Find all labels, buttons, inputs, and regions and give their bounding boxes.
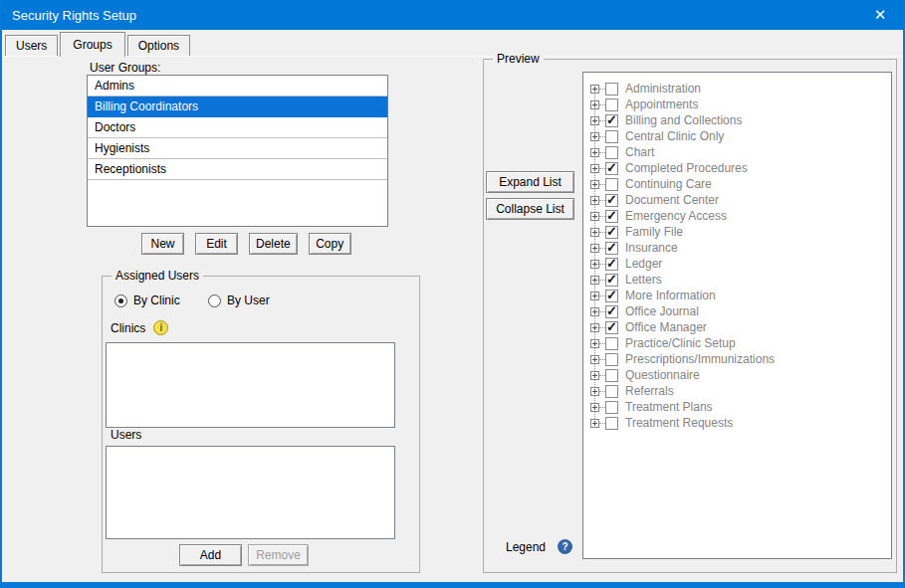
tree-checkbox[interactable] <box>605 274 618 287</box>
expand-icon[interactable] <box>590 387 599 396</box>
tree-item-label[interactable]: Prescriptions/Immunizations <box>625 352 775 366</box>
tab-users[interactable]: Users <box>5 35 58 56</box>
tree-item-label[interactable]: Office Manager <box>625 320 707 334</box>
tree-checkbox[interactable] <box>605 194 618 207</box>
tree-checkbox[interactable] <box>605 305 618 318</box>
user-group-row[interactable]: Billing Coordinators <box>88 97 387 117</box>
expand-icon[interactable] <box>590 116 599 125</box>
new-button[interactable]: New <box>141 233 184 255</box>
preview-tree[interactable]: AdministrationAppointmentsBilling and Co… <box>582 72 892 559</box>
tree-checkbox[interactable] <box>605 369 618 382</box>
by-clinic-radio[interactable] <box>114 294 127 307</box>
tree-checkbox[interactable] <box>605 242 618 255</box>
clinics-list[interactable] <box>106 342 395 428</box>
tree-checkbox[interactable] <box>605 210 618 223</box>
tree-item-label[interactable]: Continuing Care <box>625 177 712 191</box>
user-groups-label: User Groups: <box>90 61 160 75</box>
expand-icon[interactable] <box>590 323 599 332</box>
expand-icon[interactable] <box>590 244 599 253</box>
tab-bar: UsersGroupsOptions <box>2 31 903 57</box>
expand-icon[interactable] <box>590 180 599 189</box>
tree-item-label[interactable]: Administration <box>625 82 701 96</box>
edit-button[interactable]: Edit <box>195 233 238 255</box>
user-group-row[interactable]: Doctors <box>88 117 387 138</box>
delete-button[interactable]: Delete <box>249 233 298 255</box>
expand-icon[interactable] <box>590 196 599 205</box>
tree-item-label[interactable]: Letters <box>625 273 662 287</box>
tree-item-label[interactable]: More Information <box>625 289 716 302</box>
tree-item-label[interactable]: Emergency Access <box>625 209 727 223</box>
expand-icon[interactable] <box>590 85 599 94</box>
expand-icon[interactable] <box>590 276 599 285</box>
window-title: Security Rights Setup <box>12 8 136 23</box>
tree-checkbox[interactable] <box>605 226 618 239</box>
tree-checkbox[interactable] <box>605 98 618 111</box>
tree-checkbox[interactable] <box>605 353 618 366</box>
add-button[interactable]: Add <box>179 544 242 566</box>
tree-item-label[interactable]: Billing and Collections <box>625 113 742 127</box>
expand-icon[interactable] <box>590 212 599 221</box>
tree-checkbox[interactable] <box>605 385 618 398</box>
by-user-radio[interactable] <box>208 294 221 307</box>
tree-item-label[interactable]: Completed Procedures <box>625 161 748 175</box>
copy-button[interactable]: Copy <box>309 233 351 255</box>
expand-icon[interactable] <box>590 260 599 269</box>
tree-checkbox[interactable] <box>605 178 618 191</box>
tree-item-label[interactable]: Referrals <box>625 384 674 398</box>
user-group-row[interactable]: Hygienists <box>88 138 387 159</box>
expand-icon[interactable] <box>590 292 599 300</box>
user-group-row[interactable]: Admins <box>88 76 387 97</box>
tree-checkbox[interactable] <box>605 258 618 271</box>
tree-item-label[interactable]: Insurance <box>625 241 678 255</box>
expand-icon[interactable] <box>590 371 599 380</box>
user-group-row[interactable]: Receptionists <box>88 159 387 180</box>
tree-checkbox[interactable] <box>605 130 618 143</box>
by-user-option[interactable]: By User <box>208 294 270 307</box>
tree-checkbox[interactable] <box>605 401 618 414</box>
tree-item: Treatment Requests <box>583 415 891 431</box>
tree-item-label[interactable]: Document Center <box>625 193 719 207</box>
expand-icon[interactable] <box>590 419 599 428</box>
tree-checkbox[interactable] <box>605 417 618 430</box>
expand-icon[interactable] <box>590 403 599 412</box>
tree-item-label[interactable]: Treatment Plans <box>625 400 713 414</box>
expand-icon[interactable] <box>590 148 599 157</box>
tree-item-label[interactable]: Appointments <box>625 98 698 111</box>
help-icon[interactable]: ? <box>558 539 572 554</box>
close-icon[interactable]: ✕ <box>859 0 901 30</box>
expand-icon[interactable] <box>590 228 599 237</box>
collapse-list-button[interactable]: Collapse List <box>486 198 574 220</box>
by-clinic-option[interactable]: By Clinic <box>114 294 180 307</box>
user-groups-list[interactable]: AdminsBilling CoordinatorsDoctorsHygieni… <box>87 75 388 227</box>
tree-checkbox[interactable] <box>605 321 618 334</box>
tree-item-label[interactable]: Office Journal <box>625 304 699 318</box>
tree-item-label[interactable]: Family File <box>625 225 683 239</box>
tree-item: More Information <box>583 288 891 303</box>
tree-checkbox[interactable] <box>605 337 618 350</box>
tree-item-label[interactable]: Ledger <box>625 257 662 271</box>
tree-item-label[interactable]: Treatment Requests <box>625 416 733 430</box>
expand-icon[interactable] <box>590 100 599 109</box>
expand-icon[interactable] <box>590 307 599 316</box>
tree-item: Insurance <box>583 240 891 256</box>
tree-checkbox[interactable] <box>605 162 618 175</box>
expand-icon[interactable] <box>590 339 599 348</box>
tree-checkbox[interactable] <box>605 83 618 96</box>
expand-list-button[interactable]: Expand List <box>486 171 574 193</box>
tree-checkbox[interactable] <box>605 114 618 127</box>
tab-groups[interactable]: Groups <box>60 32 124 57</box>
expand-icon[interactable] <box>590 355 599 364</box>
expand-icon[interactable] <box>590 132 599 141</box>
users-list[interactable] <box>106 446 395 539</box>
tree-item-label[interactable]: Central Clinic Only <box>625 129 724 143</box>
tree-item-label[interactable]: Practice/Clinic Setup <box>625 336 736 350</box>
remove-button[interactable]: Remove <box>248 544 309 566</box>
tab-options[interactable]: Options <box>127 35 190 56</box>
tree-item-label[interactable]: Questionnaire <box>625 368 700 382</box>
tree-item-label[interactable]: Chart <box>625 145 654 159</box>
info-icon[interactable]: i <box>153 320 168 335</box>
expand-icon[interactable] <box>590 164 599 173</box>
tree-checkbox[interactable] <box>605 146 618 159</box>
tree-checkbox[interactable] <box>605 290 618 302</box>
tree-item: Continuing Care <box>583 176 891 192</box>
